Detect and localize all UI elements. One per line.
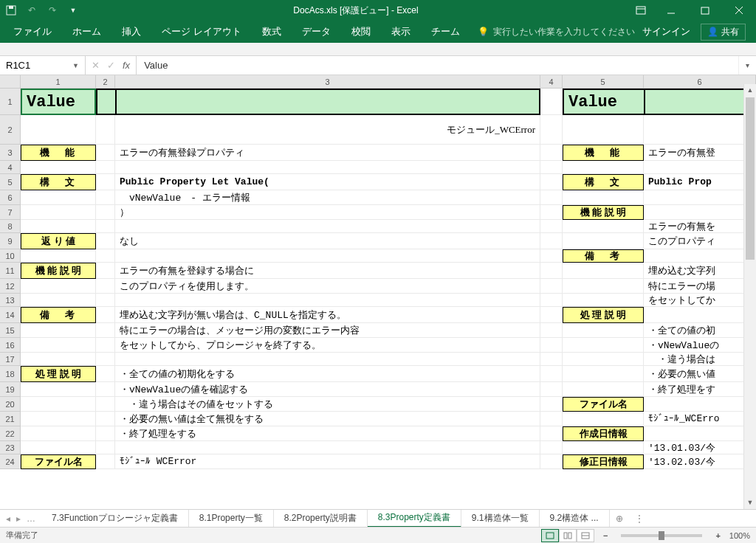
formula-bar-expand-icon[interactable]: ▾: [738, 56, 756, 75]
cell[interactable]: [540, 174, 563, 190]
cell[interactable]: [115, 220, 540, 233]
cancel-formula-icon[interactable]: ✕: [92, 60, 100, 71]
cell[interactable]: [96, 263, 115, 279]
cell[interactable]: [115, 441, 540, 454]
formula-input[interactable]: Value: [137, 56, 738, 75]
zoom-level[interactable]: 100%: [729, 531, 750, 540]
cell[interactable]: [540, 161, 563, 174]
col-header-6[interactable]: 6: [644, 75, 756, 88]
label-filename-right[interactable]: ファイル名: [563, 397, 644, 412]
sheet-tab[interactable]: 9.2構造体 ...: [540, 510, 610, 528]
row-header[interactable]: 6: [0, 190, 21, 205]
cell[interactable]: [115, 294, 540, 307]
row-header[interactable]: 5: [0, 174, 21, 190]
cell[interactable]: ・vNewValueの値を確認する: [115, 382, 540, 397]
cell[interactable]: [96, 382, 115, 397]
name-box-dropdown-icon[interactable]: ▼: [72, 62, 79, 69]
tab-nav-more-icon[interactable]: …: [25, 513, 37, 524]
cell[interactable]: [563, 323, 644, 338]
cell[interactable]: [21, 382, 96, 397]
row-header[interactable]: 23: [0, 441, 21, 454]
cell[interactable]: [96, 89, 115, 115]
minimize-button[interactable]: [654, 0, 688, 21]
cell[interactable]: [21, 249, 96, 263]
label-shorisetsumei-right[interactable]: 処 理 説 明: [563, 307, 644, 323]
row-header[interactable]: 22: [0, 426, 21, 441]
normal-view-button[interactable]: [541, 529, 559, 542]
cell[interactable]: ・vNewValueの: [644, 338, 756, 353]
cell[interactable]: [644, 115, 756, 145]
select-all-corner[interactable]: [0, 75, 21, 88]
cell[interactable]: [96, 220, 115, 233]
cell[interactable]: [96, 441, 115, 454]
row-header[interactable]: 10: [0, 249, 21, 263]
cell[interactable]: [644, 249, 756, 263]
cell[interactable]: [21, 205, 96, 220]
cell[interactable]: 埋め込む文字列が無い場合は、C_NULLを指定する。: [115, 307, 540, 323]
label-koubun-right[interactable]: 構 文: [563, 174, 644, 190]
col-header-1[interactable]: 1: [21, 75, 96, 88]
cell[interactable]: [540, 426, 563, 441]
label-kinousetsumei-left[interactable]: 機 能 説 明: [21, 263, 96, 279]
cell[interactable]: Public Prop: [644, 174, 756, 190]
cell[interactable]: をセットしてから、プロシージャを終了する。: [115, 338, 540, 353]
tab-team[interactable]: チーム: [421, 21, 470, 43]
cell[interactable]: [115, 249, 540, 263]
tab-nav-buttons[interactable]: ◂ ▸ …: [0, 513, 41, 524]
sheet-tab[interactable]: 9.1構造体一覧: [461, 510, 540, 528]
cell[interactable]: ・必要の無い値: [644, 366, 756, 382]
tab-page-layout[interactable]: ページ レイアウト: [151, 21, 252, 43]
tab-file[interactable]: ファイル: [3, 21, 62, 43]
cell[interactable]: [540, 205, 563, 220]
add-sheet-button[interactable]: ⊕: [610, 513, 629, 524]
cell[interactable]: [540, 307, 563, 323]
label-bikou-right[interactable]: 備 考: [563, 249, 644, 263]
sheet-tab-overflow-icon[interactable]: ⋮: [629, 513, 650, 524]
cell[interactable]: [563, 115, 644, 145]
cell-right-value-header[interactable]: Value: [563, 89, 644, 115]
label-shorisetsumei-left[interactable]: 処 理 説 明: [21, 366, 96, 382]
vertical-scrollbar[interactable]: ▲ ▼: [743, 84, 756, 509]
tab-nav-next-icon[interactable]: ▸: [15, 513, 22, 524]
cell[interactable]: [563, 366, 644, 382]
cell[interactable]: [563, 161, 644, 174]
cell[interactable]: [21, 190, 96, 205]
tab-nav-first-icon[interactable]: ◂: [4, 513, 12, 524]
cell[interactable]: [563, 190, 644, 205]
tell-me-search[interactable]: 💡 実行したい作業を入力してください: [470, 26, 642, 38]
cell[interactable]: [563, 279, 644, 294]
row-header[interactable]: 15: [0, 323, 21, 338]
cell[interactable]: [563, 220, 644, 233]
cell[interactable]: [540, 323, 563, 338]
row-header[interactable]: 19: [0, 382, 21, 397]
cell-left-value-header[interactable]: Value: [21, 89, 96, 115]
cell[interactable]: [644, 89, 756, 115]
cell[interactable]: [115, 161, 540, 174]
cell[interactable]: [96, 161, 115, 174]
label-kaerichi-left[interactable]: 返 り 値: [21, 233, 96, 249]
cell[interactable]: [115, 89, 540, 115]
label-sakuseibi-right[interactable]: 作成日情報: [563, 426, 644, 441]
cell[interactable]: [540, 397, 563, 412]
cell[interactable]: [540, 294, 563, 307]
cell[interactable]: [96, 323, 115, 338]
cell[interactable]: [96, 397, 115, 412]
cell[interactable]: [540, 382, 563, 397]
cell[interactable]: [540, 263, 563, 279]
fx-icon[interactable]: fx: [123, 60, 130, 71]
cell[interactable]: [21, 323, 96, 338]
label-koubun-left[interactable]: 構 文: [21, 174, 96, 190]
cell[interactable]: [540, 338, 563, 353]
row-header[interactable]: 14: [0, 307, 21, 323]
cell[interactable]: [21, 441, 96, 454]
col-header-3[interactable]: 3: [115, 75, 540, 88]
cell[interactable]: [540, 279, 563, 294]
cell[interactable]: ・終了処理をする: [115, 426, 540, 441]
cell[interactable]: [644, 307, 756, 323]
cell[interactable]: [96, 307, 115, 323]
page-layout-view-button[interactable]: [559, 529, 577, 542]
qat-customize-icon[interactable]: ▼: [66, 4, 80, 17]
cell[interactable]: ・終了処理をす: [644, 382, 756, 397]
cell[interactable]: ・必要の無い値は全て無視をする: [115, 412, 540, 426]
row-header[interactable]: 12: [0, 279, 21, 294]
